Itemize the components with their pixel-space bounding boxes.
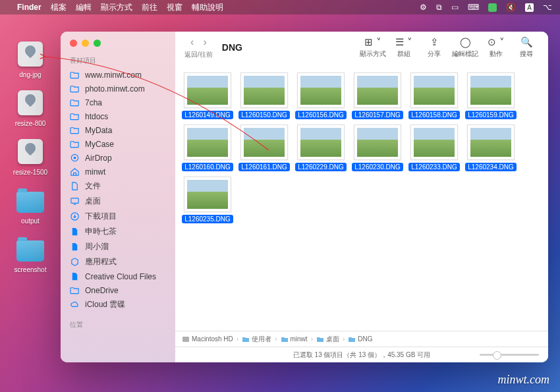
- thumbnail: [297, 72, 345, 108]
- thumbnail: [354, 125, 401, 160]
- file-item[interactable]: L1260156.DNG: [294, 72, 348, 119]
- sidebar-item-label: 下載項目: [85, 211, 169, 222]
- screenshot-icon[interactable]: ⧉: [436, 3, 442, 12]
- app-name[interactable]: Finder: [17, 3, 42, 12]
- airdrop-icon: [70, 153, 80, 163]
- droplet-icon: [18, 42, 43, 67]
- sidebar-item[interactable]: 7cha: [61, 96, 175, 109]
- forward-button[interactable]: ›: [203, 36, 206, 48]
- path-segment[interactable]: Macintosh HD: [182, 335, 233, 343]
- icon-label: output: [9, 217, 51, 225]
- group-button[interactable]: ☰ ˅群組: [391, 37, 416, 59]
- file-item[interactable]: L1260230.DNG: [350, 125, 405, 171]
- filename-label: L1260157.DNG: [352, 111, 403, 119]
- action-button[interactable]: ⊙ ˅動作: [484, 37, 509, 59]
- menu-view[interactable]: 顯示方式: [101, 2, 132, 13]
- view-mode-button[interactable]: ⊞ ˅顯示方式: [360, 37, 386, 59]
- file-grid[interactable]: L1260149.DNGL1260150.DNGL1260156.DNGL126…: [175, 63, 548, 331]
- doc-icon: [70, 181, 80, 191]
- back-button[interactable]: ‹: [190, 36, 194, 48]
- sidebar-item[interactable]: photo.minwt.com: [61, 82, 175, 96]
- file-item[interactable]: L1260235.DNG: [181, 177, 235, 223]
- sidebar-item[interactable]: Creative Cloud Files: [61, 269, 175, 283]
- watermark: minwt.com: [498, 373, 550, 387]
- menu-go[interactable]: 前往: [142, 2, 157, 13]
- desktop-icon-resize-800[interactable]: resize-800: [9, 88, 51, 127]
- thumbnail: [354, 72, 401, 108]
- sidebar-item[interactable]: 桌面: [61, 194, 175, 209]
- gear-icon[interactable]: ⚙: [420, 3, 427, 12]
- file-item[interactable]: L1260233.DNG: [407, 125, 461, 171]
- display-icon[interactable]: ▭: [451, 3, 459, 12]
- sidebar-item-label: OneDrive: [85, 286, 169, 295]
- close-button[interactable]: [70, 40, 77, 47]
- sidebar-item[interactable]: iCloud 雲碟: [61, 297, 175, 312]
- doc-fill-icon: [70, 242, 80, 252]
- tags-button[interactable]: ◯編輯標記: [452, 37, 478, 59]
- sidebar-item[interactable]: MyData: [61, 123, 175, 137]
- icon-label: resize-800: [9, 120, 51, 127]
- path-segment[interactable]: DNG: [348, 335, 372, 343]
- sidebar-item[interactable]: 下載項目: [61, 209, 175, 224]
- file-item[interactable]: L1260159.DNG: [464, 72, 518, 119]
- thumbnail: [467, 125, 515, 160]
- file-item[interactable]: L1260149.DNG: [181, 72, 235, 119]
- sidebar-item-label: MyCase: [85, 140, 169, 149]
- desktop-icon-resize-1500[interactable]: resize-1500: [9, 137, 51, 176]
- sidebar-item[interactable]: AirDrop: [61, 151, 175, 165]
- file-item[interactable]: L1260150.DNG: [237, 72, 291, 119]
- menu-edit[interactable]: 編輯: [76, 2, 92, 13]
- path-segment[interactable]: 使用者: [242, 335, 271, 344]
- svg-rect-5: [71, 198, 78, 204]
- sidebar-item[interactable]: MyCase: [61, 137, 175, 151]
- folder-icon: [16, 192, 44, 213]
- menu-help[interactable]: 輔助說明: [192, 2, 223, 13]
- file-item[interactable]: L1260234.DNG: [464, 125, 518, 171]
- path-segment[interactable]: 桌面: [316, 335, 339, 344]
- sidebar-item[interactable]: 文件: [61, 179, 175, 194]
- path-segment[interactable]: minwt: [281, 335, 308, 343]
- input-icon[interactable]: A: [525, 3, 534, 12]
- status-bar: 已選取 13 個項目（共 13 個），45.35 GB 可用: [175, 347, 548, 362]
- folder-icon: [70, 98, 80, 107]
- thumbnail: [184, 125, 231, 160]
- icon-label: dng-jpg: [9, 71, 51, 78]
- filename-label: L1260230.DNG: [352, 163, 403, 171]
- sidebar-item-label: 申時七茶: [85, 226, 169, 237]
- thumbnail: [240, 125, 288, 160]
- filename-label: L1260158.DNG: [408, 111, 460, 119]
- bluetooth-icon[interactable]: ⌥: [543, 3, 552, 12]
- filename-label: L1260149.DNG: [182, 111, 233, 119]
- filename-label: L1260161.DNG: [238, 163, 290, 171]
- file-item[interactable]: L1260161.DNG: [237, 125, 291, 171]
- sidebar-item[interactable]: 周小溜: [61, 239, 175, 254]
- filename-label: L1260159.DNG: [465, 111, 517, 119]
- file-item[interactable]: L1260229.DNG: [294, 125, 348, 171]
- thumbnail: [184, 177, 231, 212]
- desktop-icon-output[interactable]: output: [9, 186, 51, 225]
- keyboard-icon[interactable]: ⌨: [468, 3, 479, 12]
- mute-icon[interactable]: 🔇: [506, 3, 516, 12]
- share-button[interactable]: ⇪分享: [422, 37, 447, 59]
- sidebar-item[interactable]: htdocs: [61, 109, 175, 123]
- file-item[interactable]: L1260158.DNG: [407, 72, 461, 119]
- svg-rect-0: [488, 3, 497, 12]
- icon-size-slider[interactable]: [480, 354, 539, 356]
- sidebar-item[interactable]: www.minwt.com: [61, 68, 175, 82]
- line-icon[interactable]: [488, 3, 497, 12]
- file-item[interactable]: L1260160.DNG: [181, 125, 235, 171]
- desktop-icon-screenshot[interactable]: screenshot: [9, 235, 51, 273]
- desktop-icon-dng-jpg[interactable]: dng-jpg: [9, 40, 51, 78]
- minimize-button[interactable]: [82, 40, 89, 47]
- sidebar-item-label: MyData: [85, 126, 169, 135]
- sidebar-item[interactable]: 應用程式: [61, 254, 175, 269]
- file-item[interactable]: L1260157.DNG: [350, 72, 405, 119]
- menubar: Finder 檔案 編輯 顯示方式 前往 視窗 輔助說明 ⚙ ⧉ ▭ ⌨ 🔇 A…: [0, 0, 560, 14]
- menu-file[interactable]: 檔案: [51, 2, 67, 13]
- menu-window[interactable]: 視窗: [167, 2, 182, 13]
- search-button[interactable]: 🔍搜尋: [514, 37, 539, 59]
- sidebar-item[interactable]: OneDrive: [61, 283, 175, 297]
- zoom-button[interactable]: [94, 40, 101, 47]
- sidebar-item[interactable]: 申時七茶: [61, 224, 175, 239]
- sidebar-item[interactable]: minwt: [61, 165, 175, 179]
